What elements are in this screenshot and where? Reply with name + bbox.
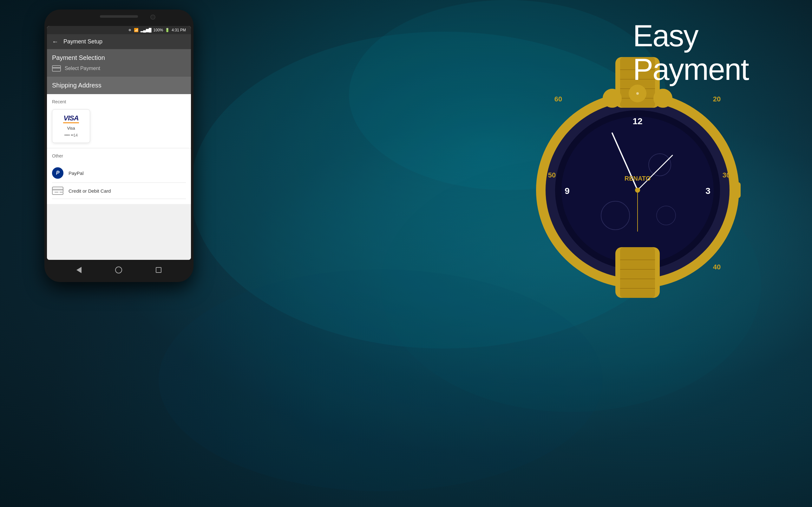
svg-rect-32 [729, 182, 741, 198]
status-icons: ⭘ 📶 ▂▄▆█ 100% 🔋 4:31 PM [128, 28, 186, 32]
phone-nav-bar [47, 261, 191, 279]
paypal-label: PayPal [68, 170, 84, 176]
status-bar: ⭘ 📶 ▂▄▆█ 100% 🔋 4:31 PM [47, 26, 191, 34]
credit-card-icon [52, 187, 63, 195]
recent-section: Recent VISA Visa •••• ••14 [47, 94, 191, 148]
visa-logo: VISA [63, 115, 78, 122]
battery-percent: 100% [154, 28, 163, 32]
svg-text:60: 60 [554, 95, 562, 103]
nav-back-button[interactable] [77, 267, 82, 273]
phone-speaker [100, 15, 138, 18]
clock: 4:31 PM [171, 28, 186, 32]
svg-text:12: 12 [632, 116, 642, 126]
app-bar-title: Payment Setup [63, 38, 102, 45]
svg-text:3: 3 [705, 186, 711, 196]
wifi-icon: 📶 [134, 28, 139, 32]
svg-point-33 [603, 89, 622, 108]
svg-point-35 [653, 89, 672, 108]
card-icon [52, 65, 61, 72]
tagline-line1: Easy [633, 19, 749, 53]
visa-underline [63, 122, 79, 123]
phone-screen: ⭘ 📶 ▂▄▆█ 100% 🔋 4:31 PM ← Payment Setup … [47, 26, 191, 260]
paypal-option[interactable]: P PayPal [52, 164, 186, 183]
main-content[interactable]: Payment Selection Select Payment Shippin… [47, 49, 191, 260]
shipping-address-title: Shipping Address [52, 82, 186, 89]
tagline-container: Easy Payment [633, 19, 749, 86]
svg-text:RENATO: RENATO [624, 175, 651, 182]
svg-point-41 [636, 92, 639, 95]
other-label: Other [52, 153, 186, 158]
bluetooth-icon: ⭘ [128, 28, 132, 32]
visa-card[interactable]: VISA Visa •••• ••14 [52, 109, 90, 143]
nav-home-button[interactable] [115, 267, 122, 274]
recent-label: Recent [52, 99, 186, 104]
app-bar: ← Payment Setup [47, 34, 191, 49]
other-section: Other P PayPal Credit or Debit Card [47, 148, 191, 204]
paypal-icon: P [52, 167, 63, 179]
svg-rect-23 [620, 247, 655, 298]
svg-text:20: 20 [713, 95, 721, 103]
battery-icon: 🔋 [165, 28, 170, 32]
nav-recent-button[interactable] [156, 267, 161, 273]
svg-text:40: 40 [713, 263, 721, 271]
tagline-line2: Payment [633, 53, 749, 86]
payment-selection-title: Payment Selection [52, 54, 186, 61]
shipping-address-section: Shipping Address [47, 77, 191, 94]
visa-card-name: Visa [67, 126, 75, 130]
credit-card-label: Credit or Debit Card [68, 188, 111, 193]
svg-point-18 [635, 187, 640, 193]
payment-selection-section: Payment Selection Select Payment [47, 49, 191, 77]
svg-text:50: 50 [548, 171, 556, 179]
back-button[interactable]: ← [52, 38, 58, 45]
credit-card-option[interactable]: Credit or Debit Card [52, 183, 186, 199]
select-payment-row[interactable]: Select Payment [52, 65, 186, 72]
svg-text:9: 9 [565, 186, 570, 196]
phone-camera [150, 14, 155, 20]
signal-icon: ▂▄▆█ [141, 28, 152, 32]
select-payment-text: Select Payment [65, 66, 100, 71]
visa-card-number: •••• ••14 [64, 133, 78, 137]
svg-text:30: 30 [722, 171, 730, 179]
phone-frame: ⭘ 📶 ▂▄▆█ 100% 🔋 4:31 PM ← Payment Setup … [44, 9, 194, 282]
